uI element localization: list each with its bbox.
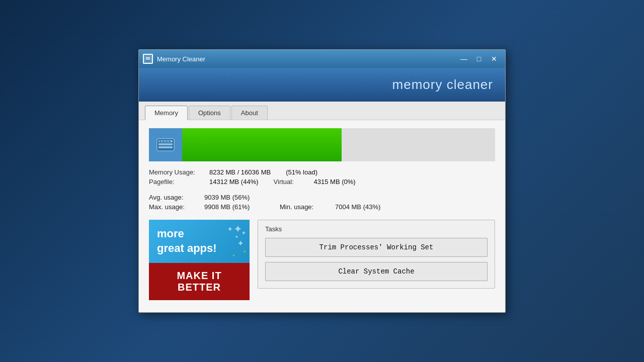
tab-about[interactable]: About [231, 106, 268, 120]
promo-bottom-banner[interactable]: MAKE IT BETTER [149, 263, 250, 300]
memory-bar-container [149, 128, 495, 161]
usage-value: 8232 MB / 16036 MB [209, 168, 271, 176]
pagefile-value: 14312 MB (44%) [209, 178, 259, 186]
avg-max-section: Avg. usage: 9039 MB (56%) Max. usage: 99… [149, 194, 495, 211]
banner-title: memory cleaner [392, 77, 493, 92]
virtual-value: 4315 MB (0%) [314, 178, 356, 186]
svg-rect-3 [146, 59, 150, 60]
tab-bar: Memory Options About [139, 102, 505, 120]
close-button[interactable]: ✕ [487, 53, 501, 65]
svg-rect-9 [163, 141, 165, 142]
tab-options[interactable]: Options [189, 106, 230, 120]
minimize-button[interactable]: — [457, 53, 471, 65]
usage-label: Memory Usage: [149, 168, 209, 176]
avg-row: Avg. usage: 9039 MB (56%) [149, 194, 495, 201]
svg-rect-2 [146, 58, 150, 59]
max-value: 9908 MB (61%) [204, 203, 270, 211]
memory-usage-row: Memory Usage: 8232 MB / 16036 MB (51% lo… [149, 168, 495, 176]
stats-section: Memory Usage: 8232 MB / 16036 MB (51% lo… [149, 168, 495, 186]
window-controls: — □ ✕ [457, 53, 501, 65]
avg-value: 9039 MB (56%) [204, 194, 270, 201]
tasks-section: Tasks Trim Processes' Working Set Clear … [258, 220, 495, 289]
maximize-button[interactable]: □ [472, 53, 486, 65]
pagefile-label: Pagefile: [149, 178, 209, 186]
window-title: Memory Cleaner [157, 55, 457, 63]
memory-bar-fill [182, 128, 342, 161]
pagefile-row: Pagefile: 14312 MB (44%) Virtual: 4315 M… [149, 178, 495, 186]
promo-top-text: more great apps! [157, 227, 217, 254]
svg-rect-8 [159, 141, 162, 142]
stars-decoration: ✦ ✦ ✦ ✦ ✦ ✦ ✦ [149, 220, 250, 262]
svg-rect-1 [146, 57, 150, 58]
tab-memory[interactable]: Memory [145, 106, 188, 120]
promo-top-banner[interactable]: ✦ ✦ ✦ ✦ ✦ ✦ ✦ more great apps! [149, 220, 250, 262]
main-window: Memory Cleaner — □ ✕ memory cleaner Memo… [138, 49, 506, 312]
avg-label: Avg. usage: [149, 194, 204, 201]
svg-rect-11 [169, 141, 171, 142]
clear-cache-button[interactable]: Clear System Cache [265, 262, 488, 281]
memory-icon [149, 128, 182, 161]
min-label: Min. usage: [280, 203, 335, 211]
svg-rect-6 [158, 143, 173, 145]
svg-rect-10 [166, 141, 168, 142]
max-label: Max. usage: [149, 203, 204, 211]
title-bar: Memory Cleaner — □ ✕ [139, 50, 505, 68]
tasks-title: Tasks [265, 225, 488, 233]
svg-rect-7 [158, 146, 173, 148]
virtual-label: Virtual: [274, 178, 314, 186]
bottom-section: ✦ ✦ ✦ ✦ ✦ ✦ ✦ more great apps! MAKE IT B… [149, 220, 495, 300]
promo-section: ✦ ✦ ✦ ✦ ✦ ✦ ✦ more great apps! MAKE IT B… [149, 220, 250, 300]
content-area: Memory Usage: 8232 MB / 16036 MB (51% lo… [139, 120, 505, 312]
memory-bar-track [182, 128, 495, 161]
min-value: 7004 MB (43%) [335, 203, 400, 211]
usage-load: (51% load) [286, 168, 317, 176]
header-banner: memory cleaner [139, 68, 505, 102]
app-icon [143, 54, 153, 64]
promo-bottom-text: MAKE IT BETTER [177, 270, 221, 293]
max-min-row: Max. usage: 9908 MB (61%) Min. usage: 70… [149, 203, 495, 211]
trim-processes-button[interactable]: Trim Processes' Working Set [265, 238, 488, 257]
